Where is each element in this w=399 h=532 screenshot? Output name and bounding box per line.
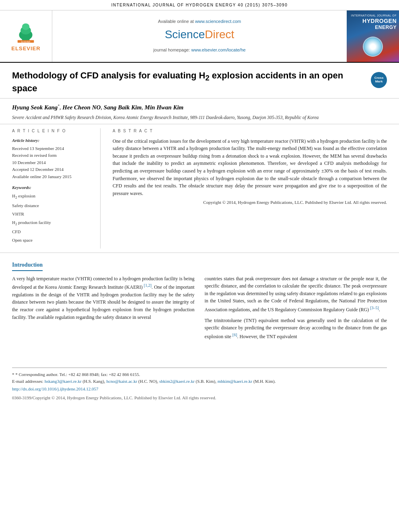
journal-homepage-url[interactable]: www.elsevier.com/locate/he [191,47,246,52]
abstract-text: One of the critical regulation issues fo… [113,138,387,197]
journal-cover-col: International Journal of HYDROGEN ENERGY [347,10,399,62]
header-area: ELSEVIER ELSEVIER Available online at ww… [0,10,399,63]
sciencedirect-logo: ScienceDirect [165,27,234,43]
abstract-col: A B S T R A C T One of the critical regu… [109,128,387,249]
email-hcno[interactable]: hcno@kaist.ac.kr [106,379,137,384]
introduction-section: Introduction A very high temperature rea… [12,261,387,343]
journal-homepage: journal homepage: www.elsevier.com/locat… [153,47,245,53]
corresponding-star: * [12,372,14,377]
header-center: Available online at www.sciencedirect.co… [52,10,347,62]
received-revised-label: Received in revised form [12,152,94,159]
email-hskang[interactable]: hskang3@kaeri.re.kr [45,379,82,384]
email-addresses: E-mail addresses: hskang3@kaeri.re.kr (H… [12,378,387,385]
journal-cover-title: International Journal of HYDROGEN ENERGY [349,14,397,31]
history-label: Article history: [12,138,94,144]
journal-cover-circle [363,37,383,57]
keywords-section: Keywords: H2 explosion Safety distance V… [12,185,94,245]
available-online-date: Available online 20 January 2015 [12,173,94,181]
corresponding-author: * * Corresponding author. Tel.: +82 42 8… [12,371,387,378]
intro-para-right-2: The trinitrotoluene (TNT) equivalent met… [205,317,387,341]
elsevier-label: ELSEVIER [11,45,40,53]
footnote-area: * * Corresponding author. Tel.: +82 42 8… [12,368,387,405]
sciencedirect-url[interactable]: www.sciencedirect.com [195,19,241,24]
intro-col-right: countries states that peak overpressure … [205,275,387,344]
available-online-label: Available online at www.sciencedirect.co… [158,18,241,25]
elsevier-logo: ELSEVIER ELSEVIER [11,19,40,53]
elsevier-tree-icon: ELSEVIER [14,19,38,43]
intro-col-left: A very high temperature reactor (VHTR) c… [12,275,195,344]
keyword-5: CFD [12,228,94,236]
article-title-section: Methodology of CFD analysis for evaluati… [0,63,399,99]
keyword-1: H2 explosion [12,192,94,201]
article-info-abstract-section: A R T I C L E I N F O Article history: R… [0,124,399,253]
journal-banner: INTERNATIONAL JOURNAL OF HYDROGEN ENERGY… [0,0,399,10]
keywords-label: Keywords: [12,185,94,191]
keywords-list: H2 explosion Safety distance VHTR H2 pro… [12,192,94,244]
svg-point-3 [22,23,29,30]
email-sbkim[interactable]: sbkim2@kaeri.re.kr [159,379,195,384]
article-history: Article history: Received 13 September 2… [12,138,94,181]
accepted-date: Accepted 12 December 2014 [12,166,94,173]
authors-section: Hyung Seok Kang*, Hee Cheon NO, Sang Bai… [0,99,399,124]
intro-para-left: A very high temperature reactor (VHTR) c… [12,275,195,321]
intro-para-right-1: countries states that peak overpressure … [205,275,387,314]
keyword-6: Open space [12,236,94,244]
doi-link[interactable]: http://dx.doi.org/10.1016/j.ijhydene.201… [12,386,387,392]
abstract-copyright: Copyright © 2014, Hydrogen Energy Public… [113,199,387,206]
banner-text: INTERNATIONAL JOURNAL OF HYDROGEN ENERGY… [111,3,288,7]
authors-line: Hyung Seok Kang*, Hee Cheon NO, Sang Bai… [12,103,387,112]
keyword-3: VHTR [12,210,94,218]
received-date: Received 13 September 2014 [12,145,94,152]
affiliation: Severe Accident and PHWR Safety Research… [12,114,387,121]
received-revised-date: 10 December 2014 [12,159,94,166]
crossmark-badge: Cross Mark [371,72,387,88]
keyword-4: H2 production facility [12,218,94,228]
main-body: Introduction A very high temperature rea… [0,253,399,359]
introduction-heading: Introduction [12,261,43,271]
abstract-label: A B S T R A C T [113,128,387,134]
article-info-label: A R T I C L E I N F O [12,128,94,134]
email-mhkim[interactable]: mhkim@kaeri.re.kr [218,379,253,384]
keyword-2: Safety distance [12,201,94,210]
copyright-footer: 0360-3199/Copyright © 2014, Hydrogen Ene… [12,395,387,401]
introduction-two-col: A very high temperature reactor (VHTR) c… [12,275,387,344]
elsevier-logo-col: ELSEVIER ELSEVIER [0,10,52,62]
article-title: Methodology of CFD analysis for evaluati… [12,70,367,94]
svg-text:ELSEVIER: ELSEVIER [21,41,31,43]
crossmark-badge-area: Cross Mark [371,72,387,88]
article-info-col: A R T I C L E I N F O Article history: R… [12,128,101,249]
